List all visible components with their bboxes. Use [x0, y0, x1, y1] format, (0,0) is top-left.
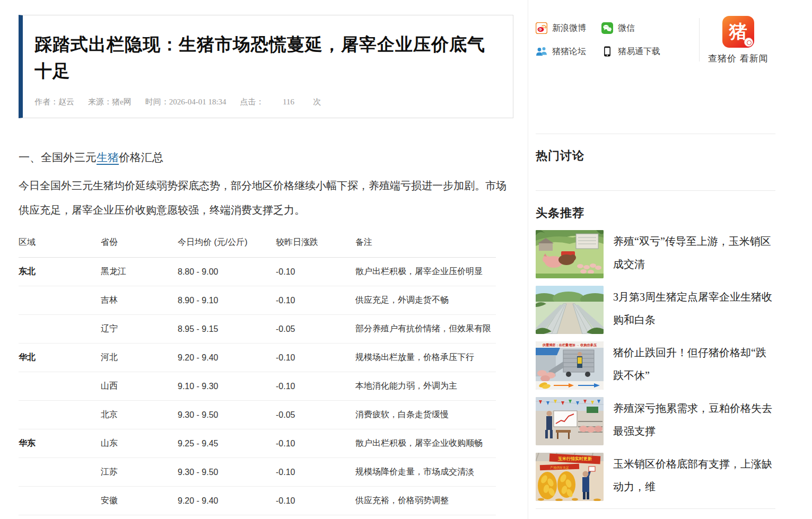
province-cell: 江苏	[101, 458, 178, 487]
headline-text: 玉米销区价格底部有支撑，上涨缺动力，维	[613, 453, 775, 501]
price-cell: 9.10 - 9.30	[178, 372, 276, 401]
price-cell: 8.80 - 9.00	[178, 258, 276, 286]
change-cell: -0.10	[276, 344, 355, 372]
shengzhu-link[interactable]: 生猪	[97, 151, 119, 165]
meta-clicks: 点击： 116 次	[240, 97, 321, 107]
app-caption: 查猪价 看新闻	[708, 52, 769, 65]
table-row: 山西9.10 - 9.30-0.10本地消化能力弱，外调为主	[19, 372, 496, 401]
note-cell: 供应充裕，价格弱势调整	[355, 487, 496, 515]
share-buttons: 新浪微博 微信 猪猪论坛 猪易通下载	[536, 16, 686, 77]
change-cell: -0.10	[276, 429, 355, 458]
note-cell: 散户出栏积极，屠宰企业压价明显	[355, 258, 496, 286]
app-promo[interactable]: 猪 查猪价 看新闻	[708, 16, 769, 77]
price-cell: 8.95 - 9.15	[178, 315, 276, 344]
region-cell: 华东	[19, 429, 101, 458]
headline-item[interactable]: 养殖深亏拖累需求，豆粕价格失去最强支撑	[536, 397, 775, 445]
weibo-icon	[536, 22, 547, 34]
article-header: 踩踏式出栏隐现：生猪市场恐慌蔓延，屠宰企业压价底气十足 作者：赵云 来源：猪e网…	[19, 15, 513, 118]
price-cell: 9.20 - 9.40	[178, 344, 276, 372]
share-row: 新浪微博 微信 猪猪论坛 猪易通下载 猪 查猪价 看新闻	[536, 16, 775, 77]
hot-discussion-heading: 热门讨论	[536, 148, 775, 164]
province-cell: 黑龙江	[101, 258, 178, 286]
pig-truck-thumbnail: 供需博弈：出栏量增加 → 收购价承压	[536, 341, 604, 390]
note-cell: 规模场降价走量，市场成交清淡	[355, 458, 496, 487]
province-cell: 北京	[101, 401, 178, 429]
change-cell: -0.05	[276, 401, 355, 429]
headline-item[interactable]: 玉米行情实时更新 产地供应充足 玉米销区价格底部有支撑，上涨缺动力，维	[536, 453, 775, 501]
price-cell: 9.30 - 9.50	[178, 458, 276, 487]
phone-icon	[601, 46, 613, 57]
province-cell: 山东	[101, 429, 178, 458]
share-phone-button[interactable]: 猪易通下载	[601, 46, 686, 57]
price-table: 区域省份今日均价 (元/公斤)较昨日涨跌备注 东北黑龙江8.80 - 9.00-…	[19, 231, 496, 519]
table-row: 华北河北9.20 - 9.40-0.10规模场出栏放量，价格承压下行	[19, 344, 496, 372]
sidebar-divider	[536, 134, 775, 134]
wechat-icon	[601, 22, 613, 34]
share-label: 微信	[618, 23, 635, 34]
change-cell: -0.05	[276, 315, 355, 344]
share-wechat-button[interactable]: 微信	[601, 22, 686, 34]
column-header: 省份	[101, 231, 178, 258]
note-cell: 规模场出栏放量，价格承压下行	[355, 344, 496, 372]
column-divider	[528, 0, 528, 519]
region-cell	[19, 286, 101, 315]
region-cell	[19, 372, 101, 401]
table-row: 辽宁8.95 - 9.15-0.05部分养殖户有抗价情绪，但效果有限	[19, 315, 496, 344]
article-title: 踩踏式出栏隐现：生猪市场恐慌蔓延，屠宰企业压价底气十足	[34, 31, 500, 84]
sidebar-divider	[536, 190, 775, 191]
province-cell: 河北	[101, 344, 178, 372]
share-label: 猪猪论坛	[552, 46, 586, 57]
pig-app-icon[interactable]: 猪	[722, 16, 754, 48]
province-cell: 山西	[101, 372, 178, 401]
sidebar-divider	[536, 508, 775, 509]
province-cell: 浙江	[101, 515, 178, 519]
share-weibo-button[interactable]: 新浪微博	[536, 22, 601, 34]
share-label: 新浪微博	[552, 23, 586, 34]
column-header: 今日均价 (元/公斤)	[178, 231, 276, 258]
note-cell: 消费无明显提振，以稳中偏弱为主	[355, 515, 496, 519]
lede-paragraph: 今日全国外三元生猪均价延续弱势探底态势，部分地区价格继续小幅下探，养殖端亏损进一…	[19, 173, 512, 222]
headline-item[interactable]: 3月第3周生猪定点屠宰企业生猪收购和白条	[536, 286, 775, 334]
app-seal-icon	[744, 38, 753, 47]
headline-item[interactable]: 养殖“双亏”传导至上游，玉米销区成交清	[536, 230, 775, 278]
article-column: 踩踏式出栏隐现：生猪市场恐慌蔓延，屠宰企业压价底气十足 作者：赵云 来源：猪e网…	[19, 15, 513, 519]
table-row: 吉林8.90 - 9.10-0.10供应充足，外调走货不畅	[19, 286, 496, 315]
price-table-header-row: 区域省份今日均价 (元/公斤)较昨日涨跌备注	[19, 231, 496, 258]
change-cell: -0.10	[276, 458, 355, 487]
pigs-pasture-thumbnail	[536, 230, 604, 278]
change-cell: -0.05	[276, 515, 355, 519]
province-cell: 吉林	[101, 286, 178, 315]
note-cell: 本地消化能力弱，外调为主	[355, 372, 496, 401]
share-label: 猪易通下载	[618, 46, 660, 57]
note-cell: 部分养殖户有抗价情绪，但效果有限	[355, 315, 496, 344]
headline-text: 养殖深亏拖累需求，豆粕价格失去最强支撑	[613, 397, 775, 445]
market-analysis-thumbnail	[536, 397, 604, 445]
price-cell: 9.30 - 9.50	[178, 401, 276, 429]
change-cell: -0.10	[276, 286, 355, 315]
column-header: 较昨日涨跌	[276, 231, 355, 258]
table-row: 华东山东9.25 - 9.45-0.10散户出栏积极，屠宰企业收购顺畅	[19, 429, 496, 458]
table-row: 浙江9.40 - 9.60-0.05消费无明显提振，以稳中偏弱为主	[19, 515, 496, 519]
forum-people-icon	[536, 46, 547, 57]
note-cell: 散户出栏积极，屠宰企业收购顺畅	[355, 429, 496, 458]
region-cell	[19, 487, 101, 515]
headline-text: 3月第3周生猪定点屠宰企业生猪收购和白条	[613, 286, 775, 334]
change-cell: -0.10	[276, 258, 355, 286]
svg-text:产地供应充足: 产地供应充足	[550, 465, 569, 470]
region-cell: 东北	[19, 258, 101, 286]
price-cell: 9.20 - 9.40	[178, 487, 276, 515]
share-forum-button[interactable]: 猪猪论坛	[536, 46, 601, 57]
sidebar: 新浪微博 微信 猪猪论坛 猪易通下载 猪 查猪价 看新闻 热门讨论 头条推荐	[536, 16, 775, 509]
region-cell	[19, 458, 101, 487]
headline-item[interactable]: 供需博弈：出栏量增加 → 收购价承压 猪价止跌回升！但仔猪价格却“跌跌不休”	[536, 341, 775, 390]
region-cell	[19, 515, 101, 519]
price-cell: 8.90 - 9.10	[178, 286, 276, 315]
province-cell: 辽宁	[101, 315, 178, 344]
svg-text:供需博弈：出栏量增加 → 收购价承压: 供需博弈：出栏量增加 → 收购价承压	[542, 343, 597, 347]
article-meta: 作者：赵云 来源：猪e网 时间：2026-04-01 18:34 点击： 116…	[34, 97, 500, 107]
headlines-list: 养殖“双亏”传导至上游，玉米销区成交清 3月第3周生猪定点屠宰企业生猪收购和白条…	[536, 230, 775, 501]
price-cell: 9.40 - 9.60	[178, 515, 276, 519]
meta-source: 来源：猪e网	[88, 97, 132, 107]
share-divider	[699, 18, 700, 61]
corn-market-thumbnail: 玉米行情实时更新 产地供应充足	[536, 453, 604, 501]
